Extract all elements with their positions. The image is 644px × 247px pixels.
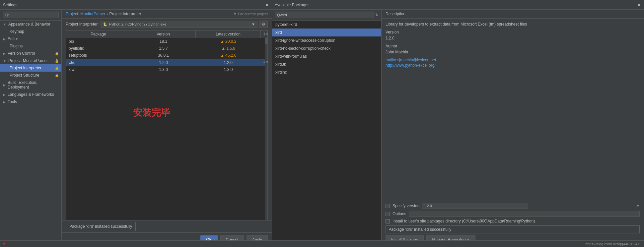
table-row[interactable]: xlwt 1.3.0 1.3.0: [66, 66, 267, 73]
status-left-icon: ✱: [3, 242, 6, 246]
description-text: Library for developers to extract data f…: [386, 22, 640, 27]
dropdown-icon: ▼: [251, 22, 255, 26]
status-url: https://blog.csdn.net/qq446282412: [585, 242, 641, 246]
pkg-version: 18.1: [131, 38, 196, 45]
sidebar-item-project-interpreter[interactable]: Project Interpreter 🔒: [0, 64, 61, 72]
author-website-link[interactable]: http://www.python-excel.org/: [386, 63, 640, 68]
sidebar-item-label: Plugins: [10, 44, 23, 48]
available-packages-title: Available Packages: [275, 3, 310, 7]
python-icon: 🐍: [103, 22, 107, 27]
pkg-latest: 1.3.0: [196, 66, 261, 73]
expand-icon: ▼: [3, 23, 6, 26]
pkg-name: pip: [66, 38, 131, 45]
sidebar-search-container: [0, 10, 61, 21]
description-content: Library for developers to extract data f…: [382, 19, 644, 200]
expand-icon: ▶: [3, 100, 6, 104]
table-row-highlighted[interactable]: xlrd 1.2.0 1.2.0 👁: [66, 59, 267, 66]
settings-close-button[interactable]: ✕: [265, 2, 269, 8]
author-email-link[interactable]: mailto:sjmachin@lexicon.net: [386, 58, 640, 62]
interpreter-value: 🐍 Python 2.7 C:\Python27\python.exe: [103, 22, 166, 27]
list-item[interactable]: xlrd-with-formulas: [272, 52, 381, 60]
bottom-status-bar: ✱ https://blog.csdn.net/qq446282412: [0, 240, 644, 247]
available-packages-close-button[interactable]: ✕: [637, 2, 641, 8]
specify-version-checkbox[interactable]: [386, 204, 390, 208]
install-to-label: Install to user's site packages director…: [393, 219, 535, 223]
options-input[interactable]: [409, 211, 640, 217]
settings-title: Settings: [3, 3, 17, 7]
sidebar-item-project[interactable]: ▼ Project: MonitorParser 🔒: [0, 57, 61, 64]
sidebar-search-input[interactable]: [3, 12, 59, 18]
sidebar-item-label: Keymap: [10, 29, 24, 34]
install-to-row: Install to user's site packages director…: [386, 219, 640, 223]
interpreter-gear-button[interactable]: ⚙: [259, 21, 268, 28]
sidebar-item-appearance[interactable]: ▼ Appearance & Behavior: [0, 21, 61, 28]
col-header-version: Version: [131, 31, 196, 38]
sidebar-item-label: Project Structure: [10, 73, 39, 78]
list-item[interactable]: pytonetl-xlrd: [272, 21, 381, 29]
col-header-package: Package: [66, 31, 131, 38]
description-header: Description: [382, 10, 644, 19]
pkg-version: 36.0.1: [131, 52, 196, 59]
breadcrumb: Project: MonitorParser › Project Interpr…: [66, 12, 141, 16]
package-search-input[interactable]: [275, 12, 374, 18]
packages-area: + Package Version Latest version pip 18.…: [62, 30, 272, 232]
pkg-latest: ▲ 45.2.0: [196, 52, 261, 59]
refresh-button[interactable]: ↻: [375, 13, 379, 17]
settings-window: Settings ✕ ▼ Appearance & Behavior Keyma…: [0, 0, 272, 247]
breadcrumb-current: Project Interpreter: [109, 12, 141, 16]
options-row: Options: [386, 211, 640, 217]
list-item[interactable]: xlrdinc: [272, 68, 381, 76]
expand-icon: ▶: [3, 93, 6, 96]
list-item[interactable]: xlrd3k: [272, 60, 381, 68]
available-packages-titlebar: Available Packages ✕: [272, 0, 644, 10]
package-list-panel: ↻ pytonetl-xlrd xlrd xlrd-ignore-writeac…: [272, 10, 382, 247]
breadcrumb-project[interactable]: Project: MonitorParser: [66, 12, 105, 16]
install-success-message: Package 'xlrd' installed successfully: [66, 222, 136, 231]
author-label: Author: [386, 44, 640, 48]
sidebar-item-label: Version Control: [8, 51, 35, 56]
author-value: John Machin: [386, 50, 640, 54]
pkg-version: 1.3.0: [131, 66, 196, 73]
package-search-row: ↻: [272, 10, 381, 21]
scrollbar-down-container: ▼: [265, 60, 269, 64]
version-input[interactable]: [422, 203, 528, 209]
install-to-checkbox[interactable]: [386, 219, 390, 223]
options-checkbox[interactable]: [386, 212, 390, 216]
table-row[interactable]: pyelliptic 1.5.7 ▲ 1.5.8: [66, 45, 267, 52]
interpreter-select[interactable]: 🐍 Python 2.7 C:\Python27\python.exe ▼: [101, 21, 257, 28]
sidebar-item-plugins[interactable]: Plugins: [0, 42, 61, 50]
list-item-selected[interactable]: xlrd: [272, 29, 381, 36]
pkg-name: pyelliptic: [66, 45, 131, 52]
sidebar-item-project-structure[interactable]: Project Structure 🔒: [0, 72, 61, 79]
list-item[interactable]: xlrd-no-sector-corruption-check: [272, 44, 381, 52]
sidebar-item-languages[interactable]: ▶ Languages & Frameworks: [0, 91, 61, 98]
table-row[interactable]: pip 18.1 ▲ 20.0.2: [66, 38, 267, 45]
scrollbar[interactable]: [265, 31, 267, 220]
sidebar-item-keymap[interactable]: Keymap: [0, 28, 61, 35]
pkg-latest: ▲ 20.0.2: [196, 38, 261, 45]
col-header-latest: Latest version: [196, 31, 261, 38]
scroll-up-button[interactable]: ▲: [265, 31, 269, 35]
for-current-label: ⚑ For current project: [234, 12, 268, 16]
table-row[interactable]: setuptools 36.0.1 ▲ 45.2.0: [66, 52, 267, 59]
pkg-latest: 1.2.0: [196, 59, 260, 66]
sidebar-item-editor[interactable]: ▶ Editor: [0, 35, 61, 42]
sidebar-item-version-control[interactable]: ▶ Version Control 🔒: [0, 50, 61, 57]
sidebar-item-label: Project: MonitorParser: [8, 58, 48, 63]
sidebar-item-tools[interactable]: ▶ Tools: [0, 98, 61, 105]
install-status-bar: Package 'xlrd' installed successfully: [62, 220, 272, 232]
pkg-version: 1.2.0: [131, 59, 196, 66]
version-dropdown-arrow[interactable]: ▼: [636, 204, 640, 208]
expand-icon: ▶: [3, 83, 6, 87]
sidebar-item-build[interactable]: ▶ Build, Execution, Deployment: [0, 79, 61, 91]
expand-icon: ▶: [3, 37, 6, 41]
settings-titlebar: Settings ✕: [0, 0, 272, 10]
sidebar-item-label: Appearance & Behavior: [8, 22, 50, 27]
breadcrumb-separator: ›: [107, 12, 108, 16]
scroll-down-button[interactable]: ▼: [265, 60, 269, 64]
interpreter-label: Project Interpreter:: [66, 22, 99, 27]
list-item[interactable]: xlrd-ignore-writeaccess-corruption: [272, 36, 381, 44]
available-packages-body: ↻ pytonetl-xlrd xlrd xlrd-ignore-writeac…: [272, 10, 644, 247]
version-label: Version: [386, 30, 640, 34]
pkg-name: xlrd: [66, 59, 131, 66]
